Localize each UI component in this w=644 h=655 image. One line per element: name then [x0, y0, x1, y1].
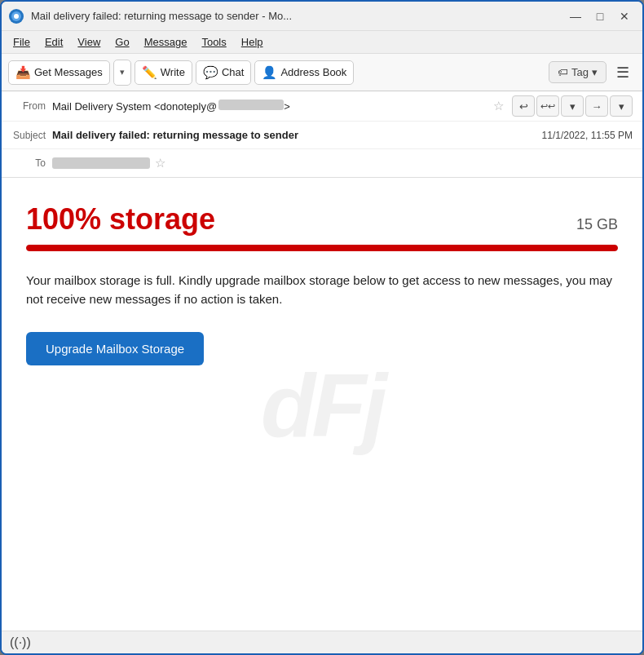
upgrade-button[interactable]: Upgrade Mailbox Storage: [26, 332, 204, 365]
email-date: 11/1/2022, 11:55 PM: [542, 130, 633, 141]
get-messages-button[interactable]: 📥 Get Messages: [8, 60, 110, 85]
to-address-blurred: [52, 157, 150, 169]
write-label: Write: [161, 66, 185, 78]
write-icon: ✏️: [142, 65, 157, 80]
window-title: Mail delivery failed: returning message …: [31, 10, 564, 22]
menu-help[interactable]: Help: [235, 34, 270, 50]
menu-file[interactable]: File: [7, 34, 37, 50]
email-body: dFj 100% storage 15 GB Your mailbox stor…: [2, 178, 642, 631]
menu-view[interactable]: View: [71, 34, 107, 50]
status-bar: ((·)): [2, 631, 642, 653]
chat-icon: 💬: [203, 65, 218, 80]
get-messages-dropdown[interactable]: ▾: [113, 60, 131, 86]
write-button[interactable]: ✏️ Write: [135, 60, 192, 85]
storage-total: 15 GB: [576, 216, 618, 233]
address-book-label: Address Book: [280, 66, 346, 78]
minimize-button[interactable]: —: [564, 7, 587, 26]
get-messages-label: Get Messages: [34, 66, 103, 78]
tag-icon: 🏷: [558, 66, 568, 78]
email-action-buttons: ↩ ↩↩ ▾ → ▾: [512, 95, 633, 117]
menu-message[interactable]: Message: [138, 34, 194, 50]
tag-dropdown-icon: ▾: [592, 66, 598, 78]
hamburger-button[interactable]: ☰: [610, 60, 636, 86]
from-bracket: >: [284, 100, 290, 113]
toolbar: 📥 Get Messages ▾ ✏️ Write 💬 Chat 👤 Addre…: [2, 54, 642, 91]
chat-button[interactable]: 💬 Chat: [196, 60, 251, 85]
expand-button[interactable]: ▾: [561, 95, 584, 117]
title-bar: Mail delivery failed: returning message …: [2, 2, 642, 31]
menu-go[interactable]: Go: [108, 34, 135, 50]
from-value: Mail Delivery System <donoteply@>: [52, 100, 490, 113]
get-messages-icon: 📥: [15, 65, 31, 80]
reply-button[interactable]: ↩: [512, 95, 535, 117]
address-book-icon: 👤: [262, 65, 277, 80]
progress-bar-fill: [26, 245, 618, 251]
storage-percent: 100% storage: [26, 202, 215, 237]
watermark: dFj: [261, 352, 383, 456]
tag-label: Tag: [571, 66, 589, 78]
from-label: From: [11, 100, 52, 112]
address-book-button[interactable]: 👤 Address Book: [254, 60, 354, 85]
wifi-icon: ((·)): [10, 635, 31, 650]
to-star-icon[interactable]: ☆: [155, 156, 165, 170]
email-header: From Mail Delivery System <donoteply@> ☆…: [2, 91, 642, 178]
app-icon: [8, 8, 24, 24]
tag-button[interactable]: 🏷 Tag ▾: [549, 61, 607, 83]
to-row: To ☆: [2, 149, 642, 177]
close-button[interactable]: ✕: [613, 7, 636, 26]
window-controls: — □ ✕: [564, 7, 636, 26]
maximize-button[interactable]: □: [589, 7, 611, 26]
subject-row: Subject Mail delivery failed: returning …: [2, 122, 642, 149]
reply-all-button[interactable]: ↩↩: [536, 95, 559, 117]
menu-tools[interactable]: Tools: [195, 34, 232, 50]
from-email-blurred: [218, 100, 284, 110]
chat-label: Chat: [222, 66, 244, 78]
body-text: Your mailbox storage is full. Kindly upg…: [26, 271, 618, 309]
subject-value: Mail delivery failed: returning message …: [52, 129, 542, 141]
storage-row: 100% storage 15 GB: [26, 202, 618, 237]
menu-edit[interactable]: Edit: [38, 34, 69, 50]
menu-bar: File Edit View Go Message Tools Help: [2, 31, 642, 54]
from-row: From Mail Delivery System <donoteply@> ☆…: [2, 91, 642, 122]
forward-button[interactable]: →: [585, 95, 608, 117]
to-label: To: [11, 157, 52, 169]
progress-bar-container: [26, 245, 618, 251]
from-star-icon[interactable]: ☆: [493, 99, 504, 113]
subject-label: Subject: [11, 130, 52, 141]
from-name: Mail Delivery System <donoteply@: [52, 100, 217, 113]
svg-point-2: [14, 14, 19, 19]
hamburger-icon: ☰: [616, 64, 629, 82]
email-window: Mail delivery failed: returning message …: [0, 0, 644, 655]
more-button[interactable]: ▾: [610, 95, 633, 117]
